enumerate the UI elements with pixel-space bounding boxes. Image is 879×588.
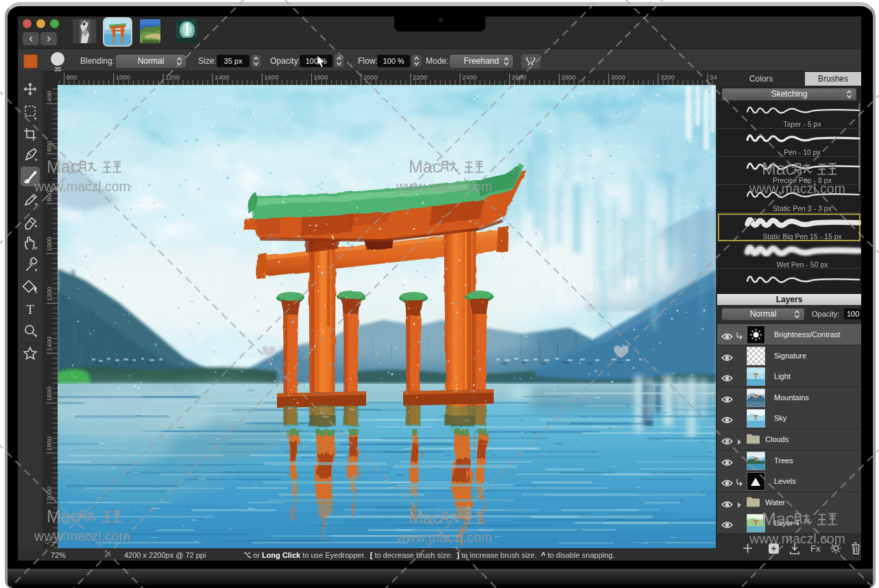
svg-text:3200: 3200 bbox=[660, 73, 675, 81]
svg-text:1800: 1800 bbox=[314, 73, 328, 81]
svg-text:600: 600 bbox=[45, 140, 53, 151]
svg-text:2400: 2400 bbox=[462, 73, 477, 81]
svg-text:Static Big Pen 15 - 15 px: Static Big Pen 15 - 15 px bbox=[762, 232, 842, 241]
svg-text:Fx: Fx bbox=[810, 543, 821, 554]
svg-text:3400: 3400 bbox=[710, 73, 717, 81]
svg-text:400: 400 bbox=[45, 91, 53, 102]
svg-text:Static Pen 3 - 3 px: Static Pen 3 - 3 px bbox=[773, 204, 832, 212]
svg-text:800: 800 bbox=[67, 73, 77, 81]
svg-text:Wet Pen - 50 px: Wet Pen - 50 px bbox=[776, 260, 828, 269]
svg-text:1400: 1400 bbox=[215, 73, 229, 81]
svg-text:1400: 1400 bbox=[45, 336, 53, 351]
svg-text:2000: 2000 bbox=[363, 73, 378, 81]
svg-text:800: 800 bbox=[45, 191, 53, 201]
svg-text:Precise Pen - 8 px: Precise Pen - 8 px bbox=[773, 176, 832, 184]
svg-text:2600: 2600 bbox=[511, 73, 526, 81]
svg-text:1200: 1200 bbox=[165, 73, 180, 81]
svg-text:Pen - 10 px: Pen - 10 px bbox=[784, 148, 821, 156]
svg-text:2200: 2200 bbox=[413, 73, 427, 81]
svg-text:T: T bbox=[26, 302, 34, 317]
svg-text:1000: 1000 bbox=[45, 237, 53, 252]
svg-text:1000: 1000 bbox=[116, 73, 130, 81]
svg-text:1200: 1200 bbox=[45, 286, 53, 301]
svg-text:1600: 1600 bbox=[264, 73, 278, 81]
svg-text:1800: 1800 bbox=[45, 437, 53, 451]
svg-text:2800: 2800 bbox=[562, 73, 576, 81]
svg-text:3000: 3000 bbox=[611, 73, 625, 81]
svg-text:2000: 2000 bbox=[45, 487, 53, 501]
svg-text:1600: 1600 bbox=[45, 387, 53, 401]
svg-text:Taper - 5 px: Taper - 5 px bbox=[783, 120, 821, 128]
